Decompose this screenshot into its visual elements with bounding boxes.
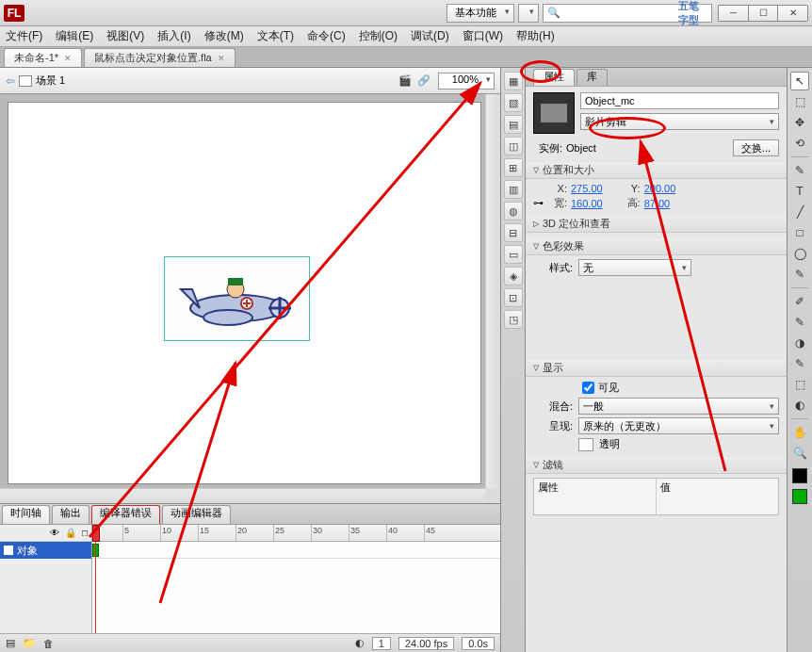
dock-icon-0[interactable]: ▦ [504,72,523,90]
onion-skin-icon[interactable]: ◐ [355,637,365,649]
tool-4[interactable]: ✎ [790,161,809,180]
selected-instance[interactable] [164,256,310,341]
dock-icon-2[interactable]: ▤ [504,115,523,134]
new-layer-icon[interactable]: ▤ [6,637,15,649]
stroke-swatch[interactable] [792,468,807,483]
tab-output[interactable]: 输出 [52,505,89,524]
close-icon[interactable]: ✕ [64,54,72,63]
swap-button[interactable]: 交换... [733,139,779,156]
menu-edit[interactable]: 编辑(E) [56,28,93,44]
playhead[interactable] [92,525,100,542]
tool-9[interactable]: ✎ [790,265,809,284]
section-color-effect[interactable]: ▽色彩效果 [526,238,787,255]
w-value[interactable]: 160.00 [571,198,603,209]
lock-icon[interactable]: 🔒 [65,528,76,538]
dock-icon-6[interactable]: ◍ [504,202,523,220]
tool-14[interactable]: ⬚ [790,375,809,394]
tab-timeline[interactable]: 时间轴 [2,505,50,524]
dock-icon-10[interactable]: ⊡ [504,288,523,307]
instance-name-input[interactable] [580,92,779,109]
menu-text[interactable]: 文本(T) [257,28,294,44]
symbol-type-dropdown[interactable]: 影片剪辑 [580,113,779,130]
menu-help[interactable]: 帮助(H) [516,28,555,44]
tool-5[interactable]: T [790,182,809,201]
tool-6[interactable]: ╱ [790,203,809,221]
tool-3[interactable]: ⟲ [790,134,809,153]
section-position-size[interactable]: ▽位置和大小 [526,162,787,179]
tool-17[interactable]: 🔍 [790,444,809,463]
tool-12[interactable]: ◑ [790,334,809,352]
stage[interactable] [8,102,481,484]
menu-modify[interactable]: 修改(M) [204,28,244,44]
color-style-dropdown[interactable]: 无 [578,259,691,276]
dock-icon-1[interactable]: ▧ [504,93,523,112]
workspace-options[interactable] [518,4,539,23]
edit-symbol-icon[interactable]: 🔗 [415,73,432,90]
minimize-button[interactable]: ─ [718,5,748,22]
dock-icon-9[interactable]: ◈ [504,267,523,285]
frame-ruler[interactable]: 151015202530354045 [92,525,500,542]
section-3d[interactable]: ▷3D 定位和查看 [526,216,787,233]
blend-dropdown[interactable]: 一般 [578,398,779,415]
render-dropdown[interactable]: 原来的（无更改） [578,417,779,434]
edit-scene-icon[interactable]: 🎬 [397,73,414,90]
menu-window[interactable]: 窗口(W) [463,28,503,44]
dock-icon-4[interactable]: ⊞ [504,158,523,177]
dock-icon-8[interactable]: ▭ [504,245,523,264]
tab-library[interactable]: 库 [577,69,608,86]
eye-icon[interactable]: 👁 [50,528,59,538]
dock-icon-11[interactable]: ◳ [504,310,523,329]
section-filters[interactable]: ▽滤镜 [526,457,787,474]
fill-swatch[interactable] [792,489,807,504]
visible-checkbox[interactable] [582,382,594,394]
close-button[interactable]: ✕ [778,5,808,22]
tab-compiler-errors[interactable]: 编译器错误 [91,505,160,524]
delete-layer-icon[interactable]: 🗑 [43,638,54,649]
menu-debug[interactable]: 调试(D) [411,28,449,44]
layer-header: 👁 🔒 □ [0,525,91,542]
workspace-dropdown[interactable]: 基本功能 [447,4,514,23]
menu-commands[interactable]: 命令(C) [307,28,346,44]
menu-view[interactable]: 视图(V) [106,28,144,44]
zoom-dropdown[interactable]: 100% [438,73,495,90]
tool-1[interactable]: ⬚ [790,92,809,111]
tool-11[interactable]: ✎ [790,313,809,332]
dock-icon-3[interactable]: ◫ [504,137,523,155]
tool-7[interactable]: □ [790,223,809,242]
menu-file[interactable]: 文件(F) [6,28,42,44]
h-value[interactable]: 87.00 [644,198,671,209]
dock-icon-7[interactable]: ⊟ [504,223,523,242]
scrollbar-vertical[interactable] [485,94,500,488]
menu-insert[interactable]: 插入(I) [157,28,190,44]
doc-tab-2[interactable]: 鼠标点击决定对象位置.fla✕ [84,48,235,67]
section-display[interactable]: ▽显示 [526,360,787,377]
help-search[interactable]: 🔍 五笔字型 [543,4,712,23]
maximize-button[interactable]: ☐ [748,5,778,22]
frames-area[interactable]: 151015202530354045 [92,525,500,633]
tab-motion-editor[interactable]: 动画编辑器 [162,505,231,524]
tool-13[interactable]: ✎ [790,354,809,373]
transparent-swatch[interactable] [578,438,593,451]
scrollbar-horizontal[interactable] [0,488,485,503]
lock-aspect-icon[interactable]: ⊶ [533,197,546,209]
tool-0[interactable]: ↖ [790,72,809,90]
x-value[interactable]: 275.00 [571,183,603,194]
tool-8[interactable]: ◯ [790,244,809,263]
doc-tab-1[interactable]: 未命名-1*✕ [4,48,82,67]
menu-control[interactable]: 控制(O) [359,28,398,44]
frame-row[interactable] [92,542,500,559]
title-bar: FL 基本功能 🔍 五笔字型 ─ ☐ ✕ [0,0,812,26]
close-icon[interactable]: ✕ [218,54,225,63]
new-folder-icon[interactable]: 📁 [23,637,36,649]
tool-10[interactable]: ✐ [790,292,809,311]
y-value[interactable]: 200.00 [644,183,676,194]
tool-2[interactable]: ✥ [790,113,809,132]
tool-16[interactable]: ✋ [790,423,809,442]
outline-icon[interactable]: □ [82,528,88,538]
back-icon[interactable]: ⇦ [6,74,15,88]
tool-15[interactable]: ◐ [790,396,809,415]
tab-properties[interactable]: 属性 [533,69,575,86]
layer-row[interactable]: 对象 [0,542,91,559]
dock-icon-5[interactable]: ▥ [504,180,523,199]
search-input[interactable] [564,8,678,19]
